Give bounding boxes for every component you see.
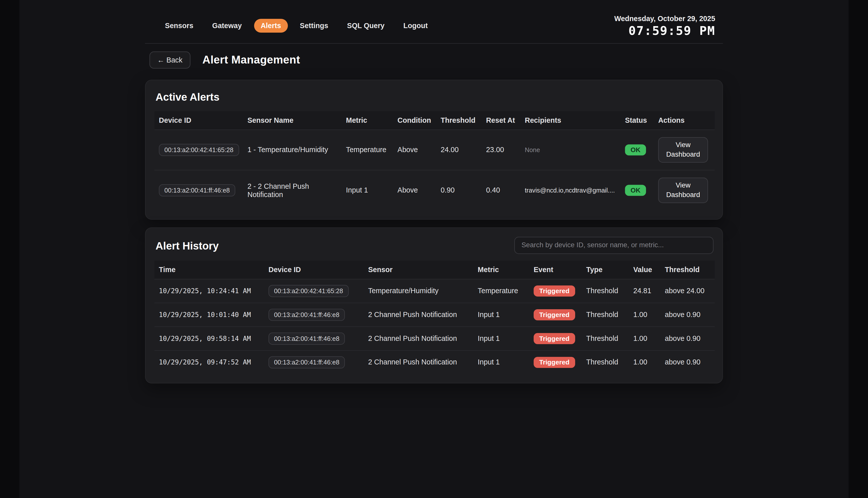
time-text: 10/29/2025, 09:47:52 AM <box>159 358 251 366</box>
cell-type: Threshold <box>582 279 629 303</box>
column-header-sensor-name: Sensor Name <box>243 111 341 130</box>
cell-sensor-name: 1 - Temperature/Humidity <box>243 130 341 170</box>
cell-threshold: above 0.90 <box>660 326 714 350</box>
column-header-metric: Metric <box>341 111 393 130</box>
column-header-reset-at: Reset At <box>482 111 520 130</box>
column-header-threshold: Threshold <box>436 111 482 130</box>
cell-condition: Above <box>393 130 436 170</box>
cell-threshold: above 24.00 <box>660 279 714 303</box>
cell-event: Triggered <box>529 350 582 374</box>
view-dashboard-button[interactable]: View Dashboard <box>658 137 708 163</box>
cell-actions: View Dashboard <box>654 170 714 210</box>
cell-value: 1.00 <box>629 350 661 374</box>
cell-sensor-name: 2 - 2 Channel Push Notification <box>243 170 341 210</box>
main-nav: SensorsGatewayAlertsSettingsSQL QueryLog… <box>145 14 434 32</box>
column-header-time: Time <box>154 260 264 279</box>
cell-status: OK <box>621 130 654 170</box>
device-id-pill: 00:13:a2:00:41:ff:46:e8 <box>269 332 345 344</box>
cell-reset-at: 23.00 <box>482 130 520 170</box>
nav-item-settings[interactable]: Settings <box>293 19 335 32</box>
nav-item-sensors[interactable]: Sensors <box>158 19 200 32</box>
cell-device-id: 00:13:a2:00:42:41:65:28 <box>264 279 364 303</box>
event-badge: Triggered <box>534 357 575 368</box>
cell-recipients: None <box>520 130 621 170</box>
status-badge: OK <box>625 144 646 155</box>
column-header-recipients: Recipients <box>520 111 621 130</box>
alert-history-head: Alert History <box>154 236 714 253</box>
cell-device-id: 00:13:a2:00:41:ff:46:e8 <box>264 326 364 350</box>
nav-item-logout[interactable]: Logout <box>397 19 435 32</box>
back-button[interactable]: ← Back <box>150 51 190 68</box>
cell-status: OK <box>621 170 654 210</box>
clock: 07:59:59 PM <box>614 24 715 38</box>
event-badge: Triggered <box>534 309 575 320</box>
device-id-pill: 00:13:a2:00:42:41:65:28 <box>159 144 239 156</box>
active-alert-row: 00:13:a2:00:42:41:65:281 - Temperature/H… <box>154 130 715 170</box>
cell-metric: Temperature <box>341 130 393 170</box>
cell-metric: Input 1 <box>473 326 529 350</box>
cell-threshold: above 0.90 <box>660 350 714 374</box>
status-badge: OK <box>625 184 646 196</box>
cell-type: Threshold <box>582 326 629 350</box>
alert-history-header-row: TimeDevice IDSensorMetricEventTypeValueT… <box>154 260 715 279</box>
nav-item-gateway[interactable]: Gateway <box>205 19 248 32</box>
column-header-type: Type <box>582 260 629 279</box>
event-badge: Triggered <box>534 285 575 296</box>
alert-history-row: 10/29/2025, 10:01:40 AM00:13:a2:00:41:ff… <box>154 303 715 327</box>
cell-event: Triggered <box>529 303 582 327</box>
column-header-metric: Metric <box>473 260 529 279</box>
device-id-pill: 00:13:a2:00:41:ff:46:e8 <box>159 184 235 196</box>
column-header-actions: Actions <box>654 111 714 130</box>
recipients-text: None <box>525 147 540 153</box>
cell-event: Triggered <box>529 326 582 350</box>
alert-history-card: Alert History TimeDevice IDSensorMetricE… <box>145 227 723 383</box>
cell-metric: Temperature <box>473 279 529 303</box>
history-search-input[interactable] <box>514 236 714 253</box>
cell-metric: Input 1 <box>473 303 529 327</box>
alert-history-table: TimeDevice IDSensorMetricEventTypeValueT… <box>154 260 715 374</box>
device-id-pill: 00:13:a2:00:41:ff:46:e8 <box>269 309 345 320</box>
cell-device-id: 00:13:a2:00:41:ff:46:e8 <box>154 170 243 210</box>
cell-time: 10/29/2025, 09:58:14 AM <box>154 326 264 350</box>
alert-history-row: 10/29/2025, 09:47:52 AM00:13:a2:00:41:ff… <box>154 350 715 374</box>
cell-sensor: 2 Channel Push Notification <box>364 303 473 327</box>
cell-time: 10/29/2025, 09:47:52 AM <box>154 350 264 374</box>
nav-item-sql-query[interactable]: SQL Query <box>340 19 391 32</box>
cell-type: Threshold <box>582 303 629 327</box>
cell-sensor: Temperature/Humidity <box>364 279 473 303</box>
cell-device-id: 00:13:a2:00:42:41:65:28 <box>154 130 243 170</box>
cell-value: 1.00 <box>629 303 661 327</box>
column-header-condition: Condition <box>393 111 436 130</box>
view-dashboard-button[interactable]: View Dashboard <box>658 178 708 203</box>
date-label: Wednesday, October 29, 2025 <box>614 14 715 23</box>
alert-history-title: Alert History <box>155 240 219 252</box>
cell-threshold: 0.90 <box>436 170 482 210</box>
top-bar: SensorsGatewayAlertsSettingsSQL QueryLog… <box>145 0 723 44</box>
active-alert-row: 00:13:a2:00:41:ff:46:e82 - 2 Channel Pus… <box>154 170 715 210</box>
cell-threshold: 24.00 <box>436 130 482 170</box>
nav-item-alerts[interactable]: Alerts <box>254 19 288 32</box>
time-text: 10/29/2025, 09:58:14 AM <box>159 335 251 342</box>
cell-time: 10/29/2025, 10:24:41 AM <box>154 279 264 303</box>
cell-event: Triggered <box>529 279 582 303</box>
cell-condition: Above <box>393 170 436 210</box>
active-alerts-card: Active Alerts Device IDSensor NameMetric… <box>145 80 723 219</box>
cell-sensor: 2 Channel Push Notification <box>364 350 473 374</box>
cell-time: 10/29/2025, 10:01:40 AM <box>154 303 264 327</box>
alert-history-row: 10/29/2025, 10:24:41 AM00:13:a2:00:42:41… <box>154 279 715 303</box>
cell-recipients: travis@ncd.io,ncdtrav@gmail.... <box>520 170 621 210</box>
active-alerts-title: Active Alerts <box>155 91 714 103</box>
time-text: 10/29/2025, 10:24:41 AM <box>159 287 251 295</box>
cell-type: Threshold <box>582 350 629 374</box>
column-header-status: Status <box>621 111 654 130</box>
page-title: Alert Management <box>203 54 300 66</box>
cell-sensor: 2 Channel Push Notification <box>364 326 473 350</box>
recipients-text: travis@ncd.io,ncdtrav@gmail.... <box>525 187 615 194</box>
clock-block: Wednesday, October 29, 2025 07:59:59 PM <box>614 14 723 38</box>
cell-value: 1.00 <box>629 326 661 350</box>
cell-metric: Input 1 <box>473 350 529 374</box>
column-header-device-id: Device ID <box>154 111 243 130</box>
cell-value: 24.81 <box>629 279 661 303</box>
column-header-sensor: Sensor <box>364 260 473 279</box>
active-alerts-table: Device IDSensor NameMetricConditionThres… <box>154 111 715 210</box>
